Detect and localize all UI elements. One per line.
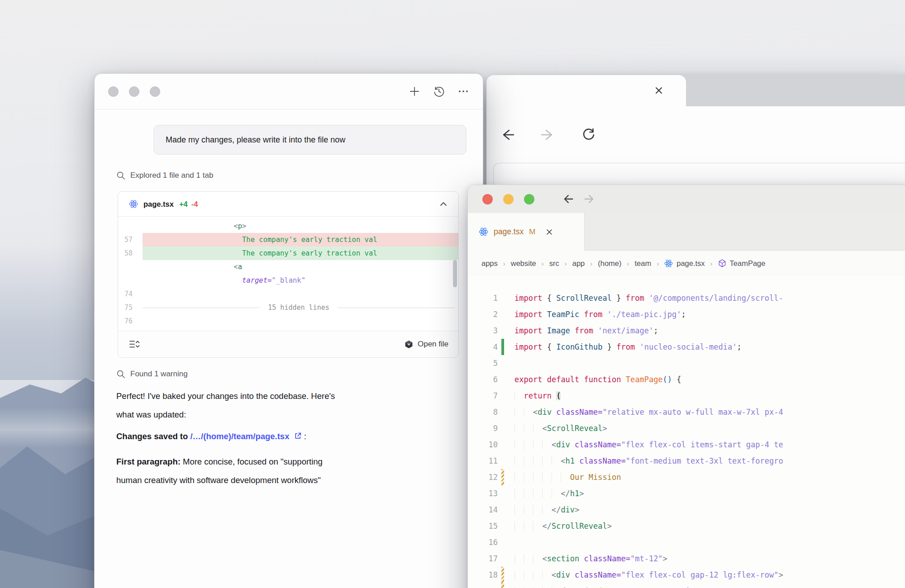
git-gutter-empty [501, 436, 504, 453]
code-line: 16 [468, 534, 905, 550]
line-number: 12 [468, 469, 498, 485]
git-gutter-marker [501, 583, 504, 588]
history-icon[interactable] [433, 85, 445, 97]
minimize-window-button[interactable] [503, 194, 514, 204]
diff-card-header[interactable]: page.tsx +4 -4 [118, 192, 458, 217]
code-line: 3import Image from 'next/image'; [468, 322, 905, 339]
git-gutter-empty [501, 322, 504, 339]
tab-page-tsx[interactable]: page.tsx M [468, 213, 585, 251]
browser-tab[interactable] [486, 75, 686, 106]
line-number: 9 [468, 420, 498, 436]
line-number: 4 [468, 339, 498, 355]
editor-titlebar [468, 185, 905, 213]
expand-all-icon[interactable] [129, 339, 140, 349]
status-warning-text: Found 1 warning [130, 370, 188, 379]
breadcrumb-separator: › [542, 260, 544, 267]
code-line: 1import { ScrollReveal } from '@/compone… [468, 290, 905, 306]
zoom-window-button[interactable] [524, 194, 534, 204]
code-line: 13 </h1> [468, 485, 905, 502]
git-gutter-marker [501, 567, 504, 583]
user-message-bubble: Made my changes, please write it into th… [153, 125, 467, 155]
zoom-window-button[interactable] [150, 86, 160, 97]
git-gutter-empty [501, 371, 504, 388]
line-number: 6 [468, 371, 498, 388]
breadcrumb-item-apps[interactable]: apps [481, 259, 498, 268]
line-number: 10 [468, 436, 498, 453]
magnifier-icon [116, 171, 125, 180]
diff-deletions: -4 [191, 200, 198, 209]
forward-icon[interactable] [541, 128, 555, 142]
diff-additions: +4 [179, 200, 188, 209]
close-icon[interactable] [545, 228, 553, 236]
git-gutter-marker [501, 339, 504, 355]
open-file-button[interactable]: Open file [405, 340, 448, 349]
minimize-window-button[interactable] [129, 86, 139, 97]
open-file-label: Open file [418, 340, 448, 349]
file-path-link[interactable]: /…/(home)/team/page.tsx [190, 432, 289, 441]
code-line: 2import TeamPic from './team-pic.jpg'; [468, 306, 905, 322]
code-line: 9 <ScrollReveal> [468, 420, 905, 436]
close-window-button[interactable] [108, 86, 119, 97]
breadcrumb-item-src[interactable]: src [549, 259, 559, 268]
code-line: 5 [468, 355, 905, 371]
back-icon[interactable] [561, 193, 574, 205]
status-warning: Found 1 warning [116, 370, 483, 379]
breadcrumb-item--home-[interactable]: (home) [598, 259, 621, 268]
breadcrumb-item-app[interactable]: app [572, 259, 585, 268]
status-explored: Explored 1 file and 1 tab [116, 171, 483, 180]
breadcrumb-item-page-tsx[interactable]: page.tsx [664, 259, 705, 268]
user-message-text: Made my changes, please write it into th… [166, 135, 345, 145]
code-line: 18 <div className="flex flex-col gap-12 … [468, 567, 905, 583]
code-line: 11 <h1 className="font-medium text-3xl t… [468, 453, 905, 469]
chat-titlebar [95, 74, 483, 109]
response-paragraph: Changes saved to /…/(home)/team/page.tsx… [116, 427, 461, 446]
breadcrumb-separator: › [565, 260, 567, 267]
git-gutter-marker [501, 469, 504, 485]
diff-scrollbar-thumb[interactable] [453, 260, 457, 287]
line-number: 16 [468, 534, 498, 550]
breadcrumb-separator: › [657, 260, 659, 267]
line-number: 14 [468, 502, 498, 518]
git-gutter-empty [501, 518, 504, 534]
editor-tab-bar: page.tsx M [468, 213, 905, 251]
response-paragraph: Perfect! I've baked your changes into th… [116, 387, 461, 424]
line-number: 19 [468, 583, 498, 588]
more-icon[interactable] [457, 85, 469, 97]
breadcrumb-item-team[interactable]: team [635, 259, 652, 268]
code-line: 15 </ScrollReveal> [468, 518, 905, 534]
diff-line: <p> [118, 219, 458, 233]
breadcrumb-item-teampage[interactable]: TeamPage [718, 259, 766, 268]
git-gutter-empty [501, 290, 504, 306]
back-icon[interactable] [500, 128, 514, 142]
line-number: 13 [468, 485, 498, 502]
code-editor-window: page.tsx M apps›website›src›app›(home)›t… [467, 185, 905, 588]
plus-icon[interactable] [409, 85, 420, 97]
hidden-lines-label[interactable]: 15 hidden lines [268, 301, 329, 314]
git-gutter-empty [501, 534, 504, 550]
code-line: 6export default function TeamPage() { [468, 371, 905, 388]
diff-line: <a [118, 260, 458, 274]
line-number: 15 [468, 518, 498, 534]
forward-icon[interactable] [584, 193, 596, 205]
close-icon[interactable] [653, 85, 664, 96]
code-line: 4import { IconGithub } from 'nucleo-soci… [468, 339, 905, 355]
breadcrumb-separator: › [503, 260, 505, 267]
chevron-up-icon[interactable] [439, 201, 448, 207]
breadcrumb: apps›website›src›app›(home)›team› page.t… [468, 251, 905, 276]
zed-logo-icon [405, 340, 413, 349]
line-number: 11 [468, 453, 498, 469]
diff-line: 57 The company's early traction val [118, 233, 458, 247]
diff-line: 74 [118, 287, 458, 301]
line-number: 7 [468, 388, 498, 404]
tab-modified-badge: M [529, 228, 535, 237]
react-icon [129, 199, 138, 209]
code-line: 7 return ( [468, 388, 905, 404]
breadcrumb-item-website[interactable]: website [511, 259, 536, 268]
symbol-cube-icon [718, 259, 726, 267]
traffic-lights [108, 86, 160, 97]
reload-icon[interactable] [581, 128, 596, 142]
breadcrumb-separator: › [627, 260, 629, 267]
browser-toolbar [486, 106, 905, 163]
close-window-button[interactable] [482, 194, 493, 204]
diff-line: 58 The company's early traction val [118, 247, 458, 260]
